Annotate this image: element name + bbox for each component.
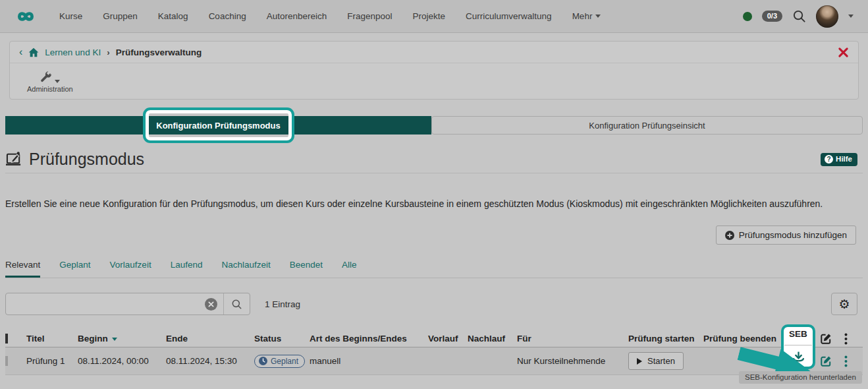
page-description: Erstellen Sie eine neue Konfiguration fü… [5, 198, 863, 209]
user-menu-chevron-icon[interactable] [848, 15, 854, 18]
table-toolbar: 1 Eintrag ⚙ [5, 293, 857, 315]
header-pruefung-beenden: Prüfung beenden [698, 334, 780, 344]
search-submit-icon[interactable] [223, 293, 250, 314]
page-title-row: Prüfungsmodus ? Hilfe [5, 150, 857, 169]
nav-item-curriculumverwaltung[interactable]: Curriculumverwaltung [466, 11, 552, 21]
filter-relevant[interactable]: Relevant [5, 260, 40, 278]
filter-vorlaufzeit[interactable]: Vorlaufzeit [110, 260, 151, 278]
breadcrumb-current: Prüfungsverwaltung [116, 47, 202, 57]
administration-label: Administration [27, 85, 73, 93]
close-icon[interactable] [838, 47, 849, 58]
tab-konfiguration-pruefungsmodus[interactable]: Konfiguration Prüfungsmodus [5, 116, 431, 135]
app-logo-icon[interactable] [12, 8, 40, 25]
plus-circle-icon [725, 231, 734, 240]
exam-mode-icon [5, 151, 23, 167]
chat-counter-badge[interactable]: 0/3 [762, 11, 782, 22]
breadcrumb-course-link[interactable]: Lernen und KI [45, 47, 101, 57]
administration-tool[interactable]: Administration [27, 69, 73, 93]
back-chevron-icon[interactable]: ‹ [19, 47, 22, 57]
filter-alle[interactable]: Alle [342, 260, 357, 278]
configuration-segments: Konfiguration Prüfungsmodus Konfiguratio… [5, 116, 863, 135]
header-fuer[interactable]: Für [508, 334, 620, 344]
clock-icon [259, 357, 267, 365]
header-seb: SEB [784, 329, 813, 339]
header-nachlauf[interactable]: Nachlauf [464, 334, 508, 344]
entries-count: 1 Eintrag [265, 299, 300, 309]
breadcrumb-separator: › [107, 47, 110, 57]
row-checkbox[interactable] [5, 356, 8, 366]
table-header-row: Titel Beginn Ende Status Art des Beginns… [5, 330, 863, 347]
seb-download-icon[interactable] [784, 351, 813, 363]
header-beginn-label: Beginn [78, 334, 108, 344]
breadcrumb: ‹ Lernen und KI › Prüfungsverwaltung [10, 42, 858, 63]
question-mark-icon: ? [825, 155, 833, 164]
help-button[interactable]: ? Hilfe [821, 153, 857, 166]
wrench-icon [40, 71, 52, 83]
row-fuer: Nur Kursteilnehmende [508, 356, 620, 366]
header-titel[interactable]: Titel [22, 334, 74, 344]
filter-laufend[interactable]: Laufend [171, 260, 203, 278]
header-beginn[interactable]: Beginn [74, 334, 162, 344]
help-label: Hilfe [836, 155, 852, 163]
table-settings-button[interactable]: ⚙ [831, 293, 857, 315]
seb-download-tooltip: SEB-Konfiguration herunterladen [739, 371, 862, 384]
row-menu-dots-icon[interactable] [838, 355, 854, 367]
title-divider [5, 173, 863, 173]
course-tools-row: Administration [10, 63, 858, 99]
row-edit-icon[interactable] [814, 355, 838, 367]
main-menu: Kurse Gruppen Katalog Coaching Autorenbe… [59, 11, 601, 21]
search-input[interactable] [6, 293, 205, 314]
page-title: Prüfungsmodus [29, 150, 144, 169]
start-label: Starten [647, 356, 675, 366]
tab-konfiguration-pruefungseinsicht[interactable]: Konfiguration Prüfungseinsicht [431, 116, 863, 135]
infinity-icon [12, 8, 40, 25]
start-exam-button[interactable]: Starten [628, 352, 684, 370]
exam-mode-table: Titel Beginn Ende Status Art des Beginns… [5, 330, 863, 375]
header-edit-icon[interactable] [814, 333, 838, 345]
header-pruefung-starten: Prüfung starten [620, 334, 698, 344]
header-status[interactable]: Status [250, 334, 306, 344]
annotation-highlight-box-seb: SEB [781, 324, 815, 369]
nav-item-katalog[interactable]: Katalog [158, 11, 188, 21]
sort-desc-icon [112, 338, 117, 341]
row-titel: Prüfung 1 [22, 356, 74, 366]
search-box [5, 293, 250, 315]
nav-item-fragenpool[interactable]: Fragenpool [347, 11, 392, 21]
add-exam-mode-label: Prüfungsmodus hinzufügen [739, 230, 847, 240]
nav-item-kurse[interactable]: Kurse [59, 11, 82, 21]
nav-item-gruppen[interactable]: Gruppen [103, 11, 138, 21]
clear-search-icon[interactable] [205, 298, 217, 311]
filter-geplant[interactable]: Geplant [59, 260, 90, 278]
play-icon [637, 358, 642, 365]
user-avatar[interactable] [816, 5, 838, 28]
header-art-des-beginns[interactable]: Art des Beginns/Endes [306, 334, 424, 344]
search-icon[interactable] [792, 9, 806, 23]
nav-more-label: Mehr [572, 11, 593, 21]
row-art: manuell [306, 356, 424, 366]
seb-column-divider [784, 345, 812, 345]
header-ende[interactable]: Ende [162, 334, 250, 344]
chevron-down-icon [55, 80, 60, 83]
nav-item-coaching[interactable]: Coaching [209, 11, 246, 21]
status-label: Geplant [271, 357, 298, 366]
online-status-dot [743, 12, 752, 21]
nav-item-autorenbereich[interactable]: Autorenbereich [267, 11, 327, 21]
navbar-right: 0/3 [743, 5, 854, 28]
status-badge: Geplant [254, 355, 305, 368]
header-menu-dots-icon[interactable] [838, 333, 854, 345]
filter-beendet[interactable]: Beendet [290, 260, 323, 278]
row-ende: 08.11.2024, 15:30 [162, 356, 250, 366]
table-row: Prüfung 1 08.11.2024, 00:00 08.11.2024, … [5, 347, 863, 375]
course-header-card: ‹ Lernen und KI › Prüfungsverwaltung Adm… [9, 41, 859, 100]
nav-item-projekte[interactable]: Projekte [413, 11, 446, 21]
select-all-checkbox[interactable] [5, 334, 8, 344]
row-beginn: 08.11.2024, 00:00 [74, 356, 162, 366]
home-icon[interactable] [28, 47, 39, 57]
gear-icon: ⚙ [838, 297, 850, 311]
nav-item-mehr[interactable]: Mehr [572, 11, 601, 21]
filter-nachlaufzeit[interactable]: Nachlaufzeit [221, 260, 270, 278]
add-exam-mode-button[interactable]: Prüfungsmodus hinzufügen [716, 225, 856, 245]
top-navbar: Kurse Gruppen Katalog Coaching Autorenbe… [0, 0, 868, 33]
filter-tabs: Relevant Geplant Vorlaufzeit Laufend Nac… [5, 260, 863, 278]
header-vorlauf[interactable]: Vorlauf [424, 334, 464, 344]
